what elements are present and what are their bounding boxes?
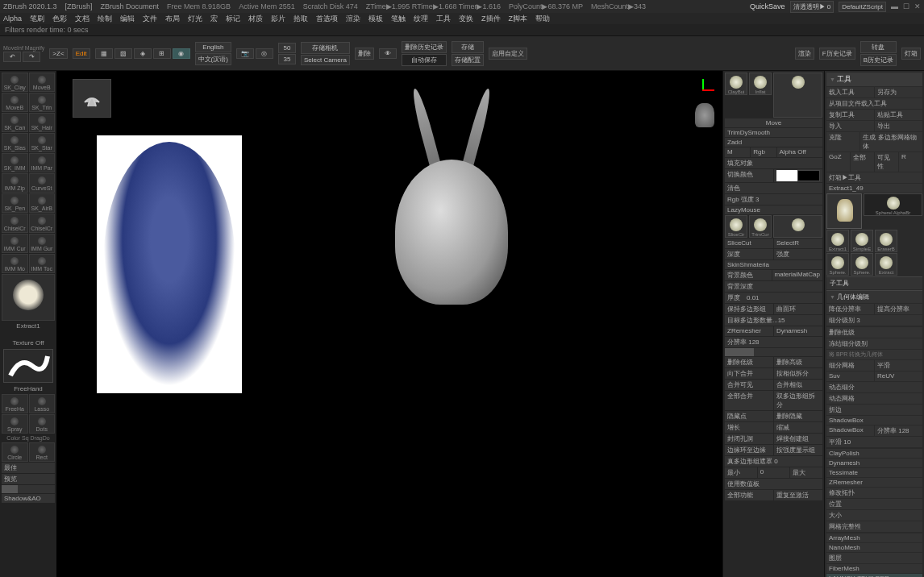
res128[interactable]: 分辨率 128 [875, 425, 922, 436]
saveas[interactable]: 另存为 [875, 87, 922, 98]
closehole[interactable]: 封闭孔洞 [725, 434, 773, 444]
R[interactable]: R [899, 152, 922, 172]
autosave[interactable]: 自动保存 [402, 54, 447, 66]
meshint[interactable]: 网格完整性 [826, 521, 922, 532]
import[interactable]: 导入 [826, 121, 874, 131]
polycount2[interactable]: 真多边形组遮罩 0 [725, 456, 822, 467]
brush-curvest[interactable]: CurveSt [29, 173, 56, 193]
nanomesh[interactable]: NanoMesh [826, 543, 922, 552]
tt-ext[interactable]: Extract1 [826, 230, 849, 252]
claybui[interactable]: ClayBui [725, 73, 747, 95]
max[interactable]: 最大 [790, 467, 822, 478]
delhid[interactable]: 删除隐藏 [774, 411, 822, 421]
mergesim[interactable]: 合并相似 [774, 380, 822, 390]
brush-skimm[interactable]: SK_IMM [2, 153, 28, 172]
menu-file[interactable]: 文件 [143, 14, 157, 24]
menu-layer[interactable]: 布局 [165, 14, 180, 24]
modposition[interactable]: 修改拓扑 [826, 488, 922, 498]
subtool-hdr[interactable]: 子工具 [826, 276, 922, 289]
subnet[interactable]: 细分网格 [826, 360, 874, 371]
suv[interactable]: Suv [826, 372, 874, 381]
position[interactable]: 位置 [826, 499, 922, 509]
circle[interactable]: Circle [2, 442, 28, 462]
delete-btn[interactable]: 删除 [355, 48, 374, 60]
lang-cn[interactable]: 中文(汉语) [195, 53, 231, 65]
transp-btn[interactable]: 清透透明▶ 0 [790, 1, 835, 13]
n35[interactable]: 35 [278, 54, 296, 64]
minimize-icon[interactable]: ▬ [891, 2, 898, 10]
shadowbox[interactable]: ShadowBox [826, 416, 922, 425]
menu-color[interactable]: 色彩 [52, 14, 67, 24]
brush-immcur[interactable]: IMM Cur [2, 234, 28, 253]
allfunc[interactable]: 全部功能 [725, 490, 773, 500]
trimcur[interactable]: TrimCur [749, 215, 772, 238]
dynamesh[interactable]: 动态网格 [826, 393, 922, 404]
menu-macro[interactable]: 宏 [210, 14, 218, 24]
selcam[interactable]: Select Camera [301, 55, 350, 65]
polycount[interactable]: 目标多边形数量...15 [725, 315, 822, 326]
depth[interactable]: 深度 [725, 249, 773, 259]
reuv[interactable]: ReUV [875, 372, 922, 381]
brush-chisel1[interactable]: ChiselCr [2, 214, 28, 233]
preview[interactable]: 预览 [2, 474, 55, 484]
zadd[interactable]: Zadd [725, 138, 822, 147]
undo-icon[interactable]: ↶ [3, 52, 21, 62]
brush-sktrin[interactable]: SK_Trin [29, 93, 56, 112]
cagesplit[interactable]: 按相似拆分 [774, 368, 822, 379]
brush-skstar[interactable]: SK_Star [29, 133, 56, 152]
geom-hdr[interactable]: ▼ 几何体编辑 [826, 290, 922, 303]
menu-zplugin[interactable]: Z插件 [481, 14, 501, 24]
move-prev[interactable] [773, 73, 822, 118]
custom[interactable]: 启用自定义 [489, 48, 527, 60]
surface[interactable]: 图层 [826, 553, 922, 563]
brush-skslas[interactable]: SK_Slas [2, 133, 28, 152]
mergedown[interactable]: 向下合并 [725, 368, 773, 379]
rot[interactable]: 转盘 [860, 41, 897, 53]
conv[interactable]: 将 BPR 转换为几何体 [826, 350, 922, 359]
brush-skcan[interactable]: SK_Can [2, 113, 28, 132]
ico2[interactable]: ▧ [114, 48, 132, 59]
eye-icon[interactable]: 👁 [379, 48, 397, 59]
brush-chisel2[interactable]: ChiselCr [29, 214, 56, 233]
n50[interactable]: 50 [278, 43, 296, 53]
edit-btn[interactable]: Edit [73, 48, 90, 59]
color-swatch[interactable] [774, 169, 822, 182]
menu-draw[interactable]: 绘制 [98, 14, 112, 24]
opacity-slider[interactable] [2, 485, 55, 493]
clone[interactable]: 克隆 [826, 132, 859, 152]
slicecut[interactable]: SliceCut [725, 239, 773, 248]
menu-tool[interactable]: 工具 [436, 14, 451, 24]
res128b[interactable]: 分辨率 128 [725, 337, 822, 347]
rest[interactable]: 提高分辨率 [875, 304, 922, 314]
grow[interactable]: 增长 [725, 422, 773, 433]
brush-skairb[interactable]: SK_AirB [29, 193, 56, 213]
menu-render[interactable]: 渲染 [346, 14, 360, 24]
dyna[interactable]: Dynamesh [774, 326, 822, 336]
tool-thumb[interactable] [73, 79, 111, 118]
tt-simple[interactable]: SimpleE [851, 230, 873, 252]
dynameshO[interactable]: Dynamesh [826, 459, 922, 467]
dots[interactable]: Dots [29, 414, 56, 434]
erase[interactable]: 清色 [725, 183, 822, 193]
smooth[interactable]: 平滑 [875, 360, 922, 371]
maximize-icon[interactable]: ☐ [903, 2, 909, 10]
tt-eraser[interactable]: EraserB [875, 230, 897, 252]
matcap[interactable]: materialMatCap [772, 270, 822, 280]
n0[interactable]: 0 [758, 467, 790, 478]
menu-material[interactable]: 材质 [248, 14, 263, 24]
menu-marker[interactable]: 标记 [226, 14, 240, 24]
lazy[interactable]: LazyMouse [725, 205, 822, 214]
viewport[interactable] [56, 71, 722, 577]
Bhist[interactable]: B历史记录 [860, 54, 897, 66]
cam-icon[interactable]: 📷 [236, 48, 254, 59]
edge[interactable]: 折边 [826, 405, 922, 415]
redo-icon[interactable]: ↷ [23, 52, 40, 62]
tool-thumb-main[interactable] [826, 193, 862, 229]
selectr[interactable]: SelectR [774, 239, 822, 248]
fibermesh[interactable]: FiberMesh [826, 564, 922, 573]
M[interactable]: M [725, 147, 750, 157]
Fhist[interactable]: F历史记录 [819, 48, 855, 60]
cams-icon[interactable]: ◎ [256, 48, 273, 59]
canvas-3d[interactable] [56, 71, 722, 577]
edgeloop[interactable]: 边缘环至边缘 [725, 445, 773, 455]
